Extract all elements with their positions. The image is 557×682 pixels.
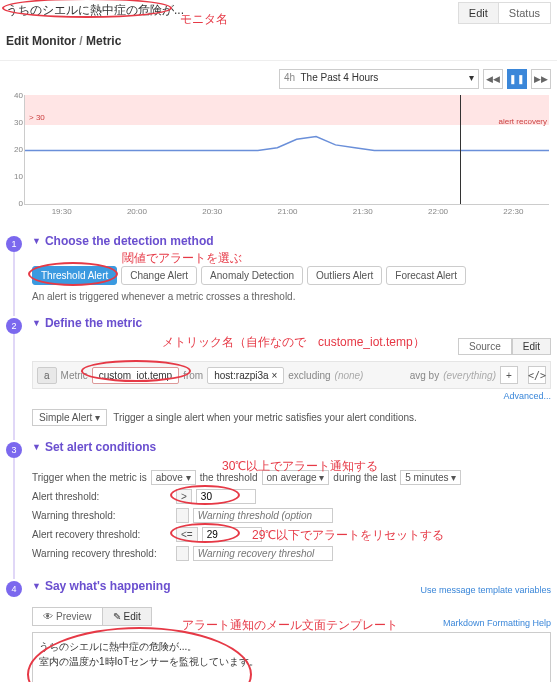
- x-axis: 19:30 20:00 20:30 21:00 21:30 22:00 22:3…: [24, 207, 551, 216]
- message-line: うちのシエルに熱中症の危険が...。: [39, 639, 544, 654]
- y-axis: 0 10 20 30 40: [9, 95, 23, 204]
- query-badge: a: [37, 367, 57, 384]
- warn-op: [176, 508, 189, 523]
- skip-back-icon[interactable]: ◀◀: [483, 69, 503, 89]
- metric-label: Metric: [61, 370, 88, 381]
- step1-annotation: 閾値でアラートを選ぶ: [122, 250, 242, 267]
- pencil-icon: ✎: [113, 611, 121, 622]
- pill-change-alert[interactable]: Change Alert: [121, 266, 197, 285]
- warning-threshold-input[interactable]: [193, 508, 333, 523]
- pill-anomaly-detection[interactable]: Anomaly Detection: [201, 266, 303, 285]
- chevron-down-icon: ▼: [32, 236, 41, 246]
- alert-recovery-label: Alert recovery threshold:: [32, 529, 172, 540]
- wrecov-op: [176, 546, 189, 561]
- avgby-label: avg by: [410, 370, 439, 381]
- message-body-input[interactable]: うちのシエルに熱中症の危険が...。室内の温度か1時IoTセンサーを監視していま…: [32, 632, 551, 682]
- step1-desc: An alert is triggered whenever a metric …: [32, 291, 551, 302]
- excluding-value[interactable]: (none): [335, 370, 364, 381]
- eye-icon: 👁: [43, 611, 53, 622]
- step2-title[interactable]: ▼ Define the metric: [32, 316, 551, 330]
- annotation-monitor-name: モニタ名: [180, 11, 228, 28]
- trigger-mid: the threshold: [200, 472, 258, 483]
- step-number-1: 1: [6, 236, 22, 252]
- step-2: 2 ▼ Define the metric メトリック名（自作なので custo…: [6, 316, 551, 426]
- monitor-title: うちのシエルに熱中症の危険が...: [6, 2, 184, 19]
- from-label: from: [183, 370, 203, 381]
- step-number-4: 4: [6, 581, 22, 597]
- metric-query-row: a Metric custom_iot.temp from host:razpi…: [32, 361, 551, 389]
- markdown-help-link[interactable]: Markdown Formatting Help: [443, 618, 551, 628]
- add-query-button[interactable]: +: [500, 366, 518, 384]
- trigger-agg-select[interactable]: on average ▾: [262, 470, 330, 485]
- chevron-down-icon: ▼: [32, 581, 41, 591]
- metric-tab-edit[interactable]: Edit: [512, 338, 551, 355]
- step-3: 3 ▼ Set alert conditions 30℃以上でアラート通知する …: [6, 440, 551, 565]
- step3-title[interactable]: ▼ Set alert conditions: [32, 440, 551, 454]
- chart-area: > 30 alert recovery 0 10 20 30 40: [24, 95, 549, 205]
- trigger-prefix: Trigger when the metric is: [32, 472, 147, 483]
- alert-threshold-label: Alert threshold:: [32, 491, 172, 502]
- simple-alert-desc: Trigger a single alert when your metric …: [113, 412, 417, 423]
- trigger-window-select[interactable]: 5 minutes ▾: [400, 470, 461, 485]
- message-line: 室内の温度か1時IoTセンサーを監視しています。: [39, 654, 544, 669]
- alert-threshold-input[interactable]: [196, 489, 256, 504]
- step3-annotation-bottom: 29℃以下でアラートをリセットする: [252, 527, 444, 544]
- step1-title[interactable]: ▼ Choose the detection method: [32, 234, 551, 248]
- pause-icon[interactable]: ❚❚: [507, 69, 527, 89]
- step-number-3: 3: [6, 442, 22, 458]
- chevron-down-icon: ▼: [32, 318, 41, 328]
- metric-name-input[interactable]: custom_iot.temp: [92, 367, 179, 384]
- from-tag[interactable]: host:razpi3a ×: [207, 367, 284, 384]
- avgby-value[interactable]: (everything): [443, 370, 496, 381]
- msg-tab-edit[interactable]: ✎ Edit: [103, 608, 151, 625]
- tab-status[interactable]: Status: [498, 3, 550, 23]
- time-range-select[interactable]: 4h The Past 4 Hours ▾: [279, 69, 479, 89]
- header-tabs: Edit Status: [458, 2, 551, 24]
- step-4: 4 ▼ Say what's happening Use message tem…: [6, 579, 551, 682]
- skip-forward-icon[interactable]: ▶▶: [531, 69, 551, 89]
- pill-outliers-alert[interactable]: Outliers Alert: [307, 266, 382, 285]
- tab-edit[interactable]: Edit: [459, 3, 498, 23]
- chevron-down-icon: ▼: [32, 442, 41, 452]
- code-button[interactable]: </>: [528, 366, 546, 384]
- message-line: [39, 669, 544, 682]
- alert-mode-select[interactable]: Simple Alert ▾: [32, 409, 107, 426]
- warning-recovery-label: Warning recovery threshold:: [32, 548, 172, 559]
- advanced-link[interactable]: Advanced...: [32, 391, 551, 401]
- chart-now-line: [460, 95, 461, 204]
- chart-section: 4h The Past 4 Hours ▾ ◀◀ ❚❚ ▶▶ > 30 aler…: [0, 61, 557, 216]
- template-vars-link[interactable]: Use message template variables: [420, 585, 551, 595]
- breadcrumb: Edit Monitor / Metric: [0, 26, 557, 61]
- alert-op: >: [176, 489, 192, 504]
- warning-recovery-input[interactable]: [193, 546, 333, 561]
- chart-line-svg: [25, 95, 549, 206]
- pill-threshold-alert[interactable]: Threshold Alert: [32, 266, 117, 285]
- alert-recovery-input[interactable]: [202, 527, 262, 542]
- warning-threshold-label: Warning threshold:: [32, 510, 172, 521]
- step-1: 1 ▼ Choose the detection method 閾値でアラートを…: [6, 234, 551, 302]
- recov-op: <=: [176, 527, 198, 542]
- step-number-2: 2: [6, 318, 22, 334]
- step4-title[interactable]: ▼ Say what's happening: [32, 579, 170, 593]
- excluding-label: excluding: [288, 370, 330, 381]
- trigger-op-select[interactable]: above ▾: [151, 470, 196, 485]
- pill-forecast-alert[interactable]: Forecast Alert: [386, 266, 466, 285]
- msg-tab-preview[interactable]: 👁 Preview: [33, 608, 103, 625]
- metric-tab-source[interactable]: Source: [458, 338, 512, 355]
- trigger-during: during the last: [333, 472, 396, 483]
